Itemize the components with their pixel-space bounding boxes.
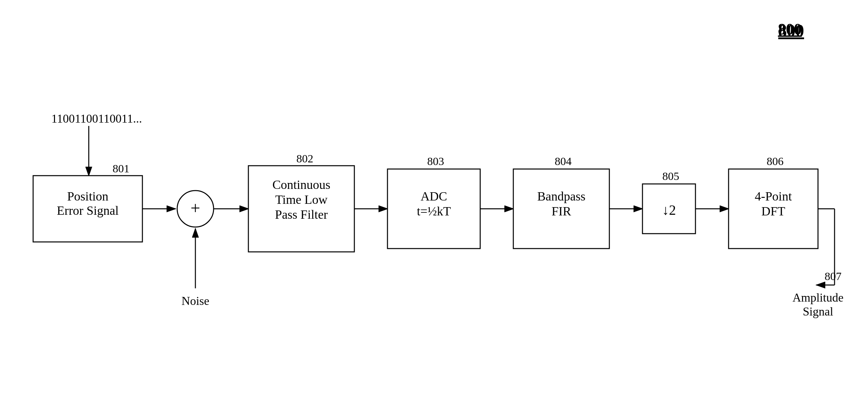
ref-806: 806 — [767, 155, 783, 167]
block-803-label-1: ADC — [421, 189, 447, 203]
diagram-container: 800 800 11001100110011... Position Error… — [0, 0, 868, 402]
ref-803: 803 — [427, 155, 444, 167]
ref-801: 801 — [113, 163, 129, 175]
block-805-label: ↓2 — [662, 202, 676, 218]
ref-804: 804 — [555, 155, 571, 167]
output-label-2: Signal — [803, 305, 833, 318]
ref-802: 802 — [297, 152, 313, 165]
block-803-label-2: t=½kT — [417, 204, 451, 218]
block-802-label-1: Continuous — [272, 178, 330, 192]
input-bits-label: 11001100110011... — [51, 112, 142, 125]
figure-number-svg: 800 — [778, 21, 804, 40]
block-804-label-1: Bandpass — [537, 189, 586, 203]
block-806-label-1: 4-Point — [755, 189, 792, 203]
block-801-label-2: Error Signal — [57, 203, 119, 218]
block-806-label-2: DFT — [762, 204, 785, 218]
summer-plus: + — [190, 199, 200, 218]
block-804-label-2: FIR — [551, 204, 571, 218]
block-802-label-2: Time Low — [275, 193, 328, 206]
block-801-label-1: Position — [67, 189, 108, 203]
noise-label: Noise — [182, 294, 209, 308]
ref-807: 807 — [825, 270, 841, 282]
output-label-1: Amplitude — [793, 291, 843, 304]
ref-805: 805 — [662, 170, 679, 182]
block-802-label-3: Pass Filter — [275, 207, 328, 221]
